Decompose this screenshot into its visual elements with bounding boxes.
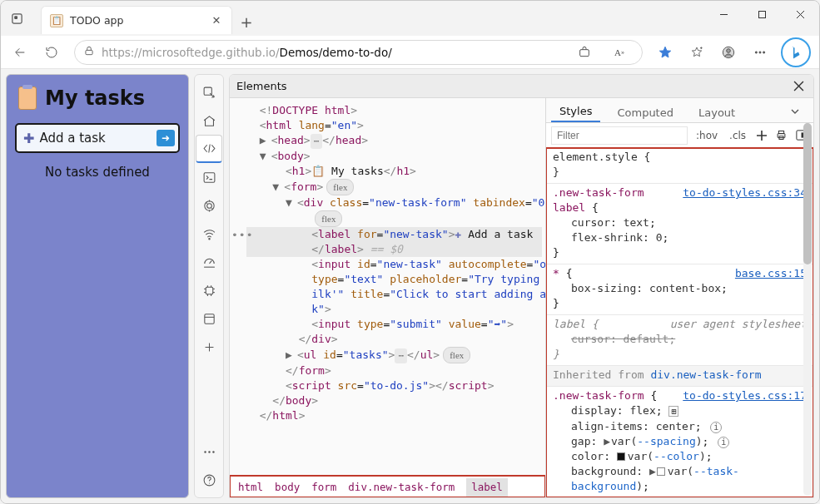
elements-tool-icon[interactable] — [196, 135, 222, 163]
overflow-dots-icon: ••• — [231, 228, 253, 243]
svg-point-46 — [212, 451, 214, 452]
svg-line-27 — [211, 208, 212, 209]
submit-task-button[interactable]: ➜ — [157, 130, 175, 146]
svg-marker-10 — [692, 47, 701, 57]
favorites-icon[interactable] — [683, 39, 711, 66]
svg-point-17 — [763, 51, 765, 52]
reader-icon[interactable]: A» — [605, 39, 634, 66]
network-tool-icon[interactable] — [196, 220, 222, 248]
add-tool-icon[interactable] — [196, 333, 222, 361]
dom-tree[interactable]: ••• <!DOCTYPE html> <html lang="en"> ▶<h… — [230, 98, 546, 497]
svg-rect-20 — [204, 172, 215, 181]
inspect-tool-icon[interactable] — [196, 78, 222, 106]
styles-pane: Styles Computed Layout :hov .cls element… — [546, 98, 813, 497]
svg-point-15 — [755, 51, 757, 52]
application-tool-icon[interactable] — [196, 304, 222, 333]
svg-marker-9 — [659, 47, 670, 57]
styles-tabs: Styles Computed Layout — [546, 98, 813, 123]
memory-tool-icon[interactable] — [196, 276, 222, 304]
tab-close-button[interactable]: ✕ — [210, 14, 223, 27]
minimize-button[interactable] — [704, 1, 743, 27]
svg-rect-3 — [758, 11, 765, 17]
breadcrumb-item[interactable]: html — [238, 480, 263, 495]
close-window-button[interactable] — [781, 1, 819, 27]
svg-rect-54 — [778, 131, 783, 134]
svg-point-14 — [727, 48, 731, 52]
more-tools-icon[interactable] — [196, 437, 222, 466]
new-tab-button[interactable]: + — [232, 1, 261, 36]
tab-title: TODO app — [70, 14, 203, 27]
styles-filter-input[interactable] — [551, 126, 688, 145]
dom-breadcrumb[interactable]: html body form div.new-task-form label — [230, 476, 545, 497]
scrollbar[interactable] — [803, 123, 812, 496]
breadcrumb-item[interactable]: form — [311, 480, 336, 495]
svg-rect-1 — [14, 16, 17, 19]
svg-point-28 — [208, 238, 209, 239]
devtools-header: Elements — [230, 75, 813, 98]
console-tool-icon[interactable] — [196, 163, 222, 191]
styles-toolbar: :hov .cls — [546, 123, 813, 148]
devtools-close-button[interactable] — [790, 78, 807, 95]
rule-source-link[interactable]: to-do-styles.css:34 — [683, 185, 807, 200]
tab-favicon-icon: 📋 — [50, 14, 63, 27]
help-icon[interactable] — [196, 466, 222, 494]
new-task-form[interactable]: ✚ Add a task ➜ — [15, 123, 180, 153]
dom-selected-node[interactable]: <label for="new-task">✚ Add a task — [246, 227, 542, 242]
refresh-button[interactable] — [37, 39, 66, 66]
inherited-from-link[interactable]: div.new-task-form — [650, 368, 761, 381]
browser-tab[interactable]: 📋 TODO app ✕ — [41, 6, 232, 34]
svg-point-45 — [208, 451, 210, 452]
tab-layout[interactable]: Layout — [690, 103, 743, 122]
add-task-label: Add a task — [39, 131, 152, 146]
tabs-more-icon[interactable] — [782, 103, 808, 122]
svg-rect-53 — [778, 134, 785, 138]
breadcrumb-item[interactable]: div.new-task-form — [348, 480, 455, 495]
maximize-button[interactable] — [743, 1, 781, 27]
tab-computed[interactable]: Computed — [609, 103, 682, 122]
shopping-icon[interactable] — [570, 39, 599, 66]
svg-point-44 — [204, 451, 206, 452]
svg-line-29 — [209, 260, 211, 264]
rule-source-link[interactable]: to-do-styles.css:17 — [683, 388, 807, 403]
devtools-panel: Elements ••• <!DOCTYPE html> <html lang=… — [229, 74, 814, 498]
tab-styles[interactable]: Styles — [551, 101, 600, 122]
todo-app-panel: My tasks ✚ Add a task ➜ No tasks defined — [6, 74, 189, 498]
breadcrumb-item-selected[interactable]: label — [466, 478, 508, 497]
tasks-empty-message: No tasks defined — [15, 165, 180, 180]
svg-line-26 — [206, 202, 206, 203]
hov-toggle[interactable]: :hov — [693, 130, 721, 141]
svg-point-48 — [208, 482, 209, 483]
window-controls — [704, 1, 819, 36]
app-title: My tasks — [45, 86, 145, 110]
cls-toggle[interactable]: .cls — [726, 130, 749, 141]
style-rules[interactable]: element.style { } to-do-styles.css:34 .n… — [546, 148, 813, 497]
print-icon[interactable] — [774, 126, 789, 145]
svg-rect-40 — [204, 314, 213, 323]
svg-point-16 — [759, 51, 761, 52]
devtools-activity-bar — [194, 74, 224, 498]
breadcrumb-item[interactable]: body — [275, 480, 300, 495]
title-bar: 📋 TODO app ✕ + — [1, 1, 819, 36]
site-info-icon[interactable] — [83, 45, 95, 59]
welcome-tool-icon[interactable] — [196, 106, 222, 135]
svg-rect-8 — [580, 49, 589, 56]
profile-icon[interactable] — [714, 39, 743, 66]
svg-rect-7 — [86, 50, 92, 54]
url-text: https://microsoftedge.github.io/Demos/de… — [102, 46, 392, 59]
new-style-rule-icon[interactable] — [754, 126, 769, 145]
clipboard-icon — [18, 86, 37, 110]
app-heading: My tasks — [15, 85, 180, 111]
sources-tool-icon[interactable] — [196, 191, 222, 220]
performance-tool-icon[interactable] — [196, 248, 222, 276]
more-button[interactable] — [746, 39, 774, 66]
tab-actions-button[interactable] — [1, 1, 32, 36]
bing-button[interactable] — [781, 37, 811, 67]
address-bar[interactable]: https://microsoftedge.github.io/Demos/de… — [74, 40, 643, 65]
devtools-panel-title: Elements — [236, 80, 790, 92]
back-button[interactable] — [6, 39, 34, 66]
rule-source-link[interactable]: base.css:15 — [735, 266, 807, 281]
svg-rect-31 — [206, 287, 213, 294]
svg-point-22 — [206, 203, 211, 208]
svg-line-19 — [208, 145, 209, 153]
favorite-star-icon[interactable] — [651, 39, 679, 66]
